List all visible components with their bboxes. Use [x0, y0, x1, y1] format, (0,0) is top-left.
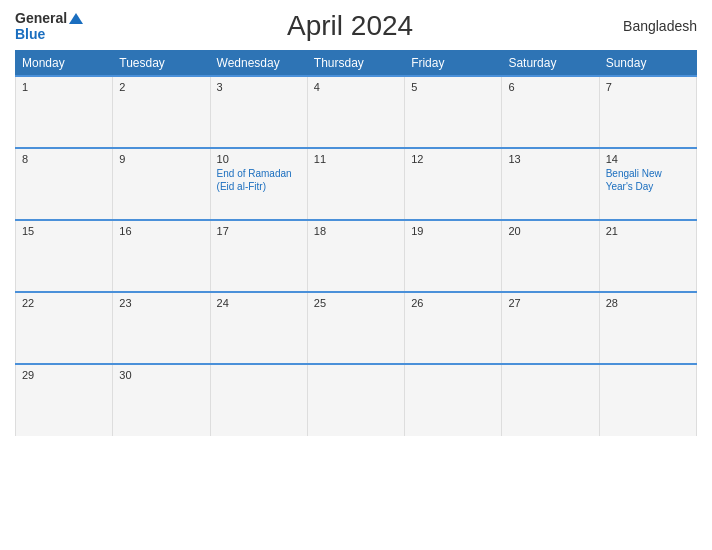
calendar-cell	[307, 364, 404, 436]
day-number: 28	[606, 297, 690, 309]
calendar-cell	[599, 364, 696, 436]
day-number: 27	[508, 297, 592, 309]
calendar-cell: 12	[405, 148, 502, 220]
calendar-cell: 29	[16, 364, 113, 436]
day-number: 15	[22, 225, 106, 237]
day-number: 18	[314, 225, 398, 237]
weekday-row: MondayTuesdayWednesdayThursdayFridaySatu…	[16, 51, 697, 77]
calendar-cell: 8	[16, 148, 113, 220]
calendar-cell: 17	[210, 220, 307, 292]
calendar-cell: 1	[16, 76, 113, 148]
calendar-header: MondayTuesdayWednesdayThursdayFridaySatu…	[16, 51, 697, 77]
calendar-cell	[405, 364, 502, 436]
logo-blue-text: Blue	[15, 26, 45, 42]
calendar-cell: 26	[405, 292, 502, 364]
calendar-title: April 2024	[83, 10, 617, 42]
day-number: 5	[411, 81, 495, 93]
day-number: 14	[606, 153, 690, 165]
calendar-cell	[502, 364, 599, 436]
day-number: 29	[22, 369, 106, 381]
calendar-cell: 5	[405, 76, 502, 148]
day-number: 1	[22, 81, 106, 93]
calendar-cell: 23	[113, 292, 210, 364]
weekday-header-tuesday: Tuesday	[113, 51, 210, 77]
day-number: 2	[119, 81, 203, 93]
calendar-cell: 7	[599, 76, 696, 148]
country-label: Bangladesh	[617, 18, 697, 34]
day-number: 30	[119, 369, 203, 381]
calendar-cell: 15	[16, 220, 113, 292]
calendar-cell: 9	[113, 148, 210, 220]
day-number: 19	[411, 225, 495, 237]
holiday-label: End of Ramadan (Eid al-Fitr)	[217, 167, 301, 193]
day-number: 20	[508, 225, 592, 237]
day-number: 22	[22, 297, 106, 309]
calendar-cell: 3	[210, 76, 307, 148]
calendar-cell: 13	[502, 148, 599, 220]
calendar-cell: 10End of Ramadan (Eid al-Fitr)	[210, 148, 307, 220]
calendar-cell: 6	[502, 76, 599, 148]
calendar-cell: 19	[405, 220, 502, 292]
day-number: 3	[217, 81, 301, 93]
calendar-cell: 28	[599, 292, 696, 364]
week-row-5: 2930	[16, 364, 697, 436]
weekday-header-wednesday: Wednesday	[210, 51, 307, 77]
calendar-cell: 2	[113, 76, 210, 148]
logo-general-text: General	[15, 10, 67, 26]
calendar-cell: 20	[502, 220, 599, 292]
day-number: 21	[606, 225, 690, 237]
calendar-cell: 24	[210, 292, 307, 364]
logo-triangle-icon	[69, 13, 83, 24]
day-number: 25	[314, 297, 398, 309]
calendar-cell: 27	[502, 292, 599, 364]
day-number: 6	[508, 81, 592, 93]
calendar-cell: 22	[16, 292, 113, 364]
weekday-header-friday: Friday	[405, 51, 502, 77]
logo: General Blue	[15, 10, 83, 42]
day-number: 4	[314, 81, 398, 93]
day-number: 10	[217, 153, 301, 165]
day-number: 13	[508, 153, 592, 165]
holiday-label: Bengali New Year's Day	[606, 167, 690, 193]
day-number: 16	[119, 225, 203, 237]
calendar-cell: 11	[307, 148, 404, 220]
calendar-wrapper: General Blue April 2024 Bangladesh Monda…	[0, 0, 712, 550]
calendar-cell: 4	[307, 76, 404, 148]
day-number: 12	[411, 153, 495, 165]
weekday-header-monday: Monday	[16, 51, 113, 77]
weekday-header-thursday: Thursday	[307, 51, 404, 77]
calendar-body: 12345678910End of Ramadan (Eid al-Fitr)1…	[16, 76, 697, 436]
day-number: 7	[606, 81, 690, 93]
calendar-cell: 14Bengali New Year's Day	[599, 148, 696, 220]
weekday-header-sunday: Sunday	[599, 51, 696, 77]
week-row-1: 1234567	[16, 76, 697, 148]
calendar-cell: 18	[307, 220, 404, 292]
calendar-cell	[210, 364, 307, 436]
day-number: 23	[119, 297, 203, 309]
week-row-3: 15161718192021	[16, 220, 697, 292]
header: General Blue April 2024 Bangladesh	[15, 10, 697, 42]
day-number: 17	[217, 225, 301, 237]
weekday-header-saturday: Saturday	[502, 51, 599, 77]
week-row-4: 22232425262728	[16, 292, 697, 364]
calendar-cell: 30	[113, 364, 210, 436]
day-number: 11	[314, 153, 398, 165]
calendar-cell: 21	[599, 220, 696, 292]
week-row-2: 8910End of Ramadan (Eid al-Fitr)11121314…	[16, 148, 697, 220]
day-number: 26	[411, 297, 495, 309]
calendar-table: MondayTuesdayWednesdayThursdayFridaySatu…	[15, 50, 697, 436]
day-number: 9	[119, 153, 203, 165]
day-number: 8	[22, 153, 106, 165]
calendar-cell: 16	[113, 220, 210, 292]
day-number: 24	[217, 297, 301, 309]
calendar-cell: 25	[307, 292, 404, 364]
